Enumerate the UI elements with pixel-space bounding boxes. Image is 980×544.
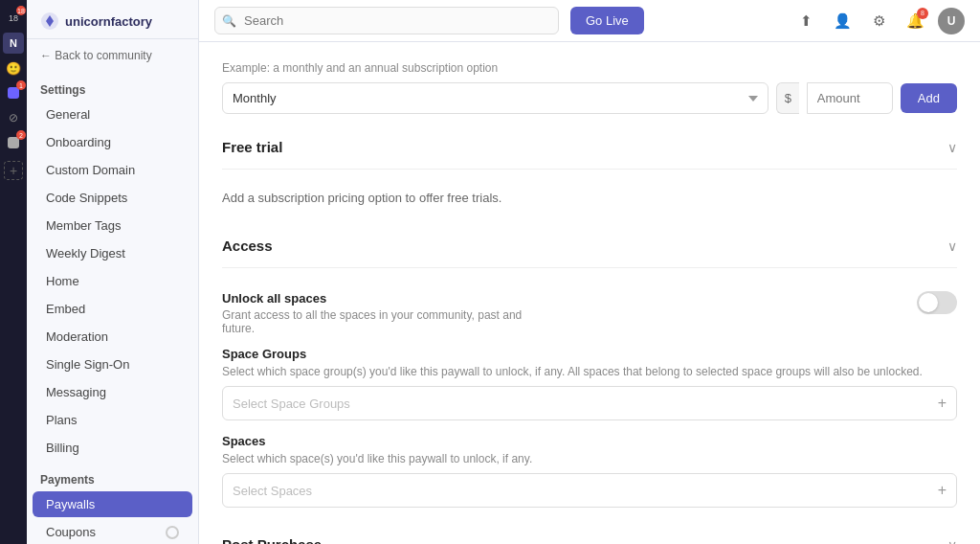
- free-trial-header: Free trial ∨: [222, 125, 957, 170]
- sidebar-item-paywalls[interactable]: Paywalls: [33, 491, 192, 517]
- icon-bar-item-18[interactable]: 18 18: [3, 8, 24, 29]
- search-icon: 🔍: [222, 14, 236, 28]
- bell-icon[interactable]: 🔔 8: [902, 8, 928, 34]
- sidebar: unicornfactory ← Back to community Setti…: [27, 0, 199, 544]
- spaces-select[interactable]: Select Spaces +: [222, 473, 957, 508]
- free-trial-chevron-icon[interactable]: ∨: [947, 140, 957, 155]
- free-trial-description: Add a subscription pricing option to off…: [222, 181, 957, 209]
- space-groups-section: Space Groups Select which space group(s)…: [222, 347, 957, 420]
- example-text: Example: a monthly and an annual subscri…: [222, 61, 957, 75]
- access-chevron-icon[interactable]: ∨: [947, 238, 957, 254]
- icon-bar-add[interactable]: +: [4, 161, 23, 180]
- sidebar-item-onboarding[interactable]: Onboarding: [33, 129, 192, 155]
- space-groups-placeholder: Select Space Groups: [233, 397, 938, 411]
- space-groups-add-icon[interactable]: +: [938, 395, 947, 412]
- post-purchase-chevron-icon[interactable]: ∨: [947, 537, 957, 545]
- icon-bar-item-face[interactable]: 🙂: [3, 57, 24, 79]
- sidebar-item-messaging[interactable]: Messaging: [33, 379, 192, 405]
- sidebar-item-billing[interactable]: Billing: [33, 435, 192, 461]
- unlock-all-spaces-toggle[interactable]: [917, 291, 957, 314]
- sidebar-item-general[interactable]: General: [33, 102, 192, 127]
- content: Example: a monthly and an annual subscri…: [199, 42, 980, 544]
- unlock-all-spaces-label: Unlock all spaces: [222, 291, 547, 306]
- icon-bar: 18 18 N 🙂 1 ⊘ 2 +: [0, 0, 27, 544]
- spaces-placeholder: Select Spaces: [233, 484, 938, 498]
- sidebar-item-single-sign-on[interactable]: Single Sign-On: [33, 351, 192, 377]
- sidebar-item-embed[interactable]: Embed: [33, 296, 192, 322]
- sidebar-item-member-tags[interactable]: Member Tags: [33, 213, 192, 238]
- spaces-add-icon[interactable]: +: [938, 482, 947, 499]
- sidebar-item-plans[interactable]: Plans: [33, 407, 192, 433]
- dollar-sign: $: [776, 82, 799, 114]
- space-groups-label: Space Groups: [222, 347, 957, 361]
- header-icons: ⬆ 👤 ⚙ 🔔 8 U: [792, 8, 965, 34]
- post-purchase-section: Post Purchase ∨ Thank you page If enable…: [222, 523, 957, 544]
- top-header: 🔍 Go Live ⬆ 👤 ⚙ 🔔 8 U: [199, 0, 980, 42]
- settings-icon[interactable]: ⚙: [865, 8, 892, 34]
- icon-bar-item-n[interactable]: N: [3, 33, 24, 54]
- search-bar: 🔍: [214, 7, 559, 34]
- sidebar-section-payments: Payments: [27, 462, 198, 490]
- sidebar-item-coupons[interactable]: Coupons: [33, 519, 192, 544]
- sidebar-item-weekly-digest[interactable]: Weekly Digest: [33, 240, 192, 266]
- upload-icon[interactable]: ⬆: [792, 8, 819, 34]
- spaces-desc: Select which space(s) you'd like this pa…: [222, 452, 957, 465]
- pricing-interval-select[interactable]: Monthly Annual: [222, 82, 768, 114]
- sidebar-item-home[interactable]: Home: [33, 268, 192, 294]
- sidebar-item-custom-domain[interactable]: Custom Domain: [33, 157, 192, 183]
- space-groups-desc: Select which space group(s) you'd like t…: [222, 365, 957, 378]
- access-header: Access ∨: [222, 224, 957, 268]
- amount-input[interactable]: [807, 82, 893, 114]
- icon-bar-badge-1: 1: [16, 80, 26, 90]
- coupons-spinner-icon: [166, 526, 179, 539]
- unlock-all-spaces-row: Unlock all spaces Grant access to all th…: [222, 280, 957, 347]
- spaces-label: Spaces: [222, 434, 957, 448]
- main-container: 🔍 Go Live ⬆ 👤 ⚙ 🔔 8 U Example: a monthly…: [199, 0, 980, 544]
- back-link[interactable]: ← Back to community: [27, 39, 198, 72]
- unlock-all-spaces-text: Unlock all spaces Grant access to all th…: [222, 291, 547, 335]
- access-title: Access: [222, 238, 273, 254]
- free-trial-title: Free trial: [222, 139, 282, 155]
- access-section: Access ∨ Unlock all spaces Grant access …: [222, 224, 957, 508]
- sidebar-header: unicornfactory: [27, 0, 198, 39]
- icon-bar-item-dot2[interactable]: 2: [3, 132, 24, 153]
- logo-icon: [40, 11, 59, 31]
- sidebar-item-code-snippets[interactable]: Code Snippets: [33, 185, 192, 211]
- spaces-section: Spaces Select which space(s) you'd like …: [222, 434, 957, 508]
- icon-bar-badge-2: 2: [16, 130, 26, 140]
- add-button[interactable]: Add: [901, 83, 957, 113]
- search-input[interactable]: [214, 7, 559, 34]
- post-purchase-title: Post Purchase: [222, 536, 322, 544]
- unlock-all-spaces-desc: Grant access to all the spaces in your c…: [222, 308, 547, 335]
- go-live-button[interactable]: Go Live: [570, 7, 644, 34]
- icon-bar-badge: 18: [16, 6, 26, 15]
- pricing-row: Monthly Annual $ Add: [222, 82, 957, 125]
- icon-bar-item-dot1[interactable]: 1: [3, 82, 24, 103]
- toggle-knob: [919, 293, 938, 312]
- sidebar-section-settings: Settings: [27, 72, 198, 101]
- logo-text: unicornfactory: [65, 14, 152, 29]
- icon-bar-item-slash[interactable]: ⊘: [3, 107, 24, 128]
- sidebar-item-moderation[interactable]: Moderation: [33, 324, 192, 350]
- space-groups-select[interactable]: Select Space Groups +: [222, 386, 957, 420]
- free-trial-section: Free trial ∨ Add a subscription pricing …: [222, 125, 957, 209]
- notification-badge: 8: [917, 8, 928, 19]
- post-purchase-header: Post Purchase ∨: [222, 523, 957, 544]
- user-icon[interactable]: 👤: [829, 8, 856, 34]
- avatar[interactable]: U: [938, 8, 965, 34]
